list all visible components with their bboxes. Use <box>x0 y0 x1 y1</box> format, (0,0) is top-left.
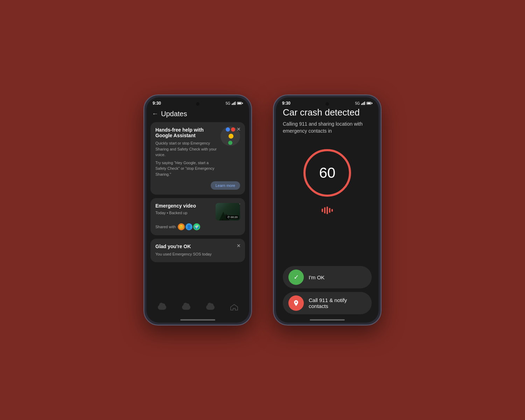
back-button[interactable]: ← <box>152 110 158 118</box>
call-icon <box>288 295 304 311</box>
glad-card-close[interactable]: ✕ <box>237 243 241 248</box>
page-title: Updates <box>161 110 187 118</box>
page-header: ← Updates <box>146 107 249 122</box>
phone-2: 9:30 5G Car crash detected Calling 911 a… <box>273 94 382 326</box>
home-indicator-1 <box>180 319 215 321</box>
glad-card-title: Glad you're OK <box>155 244 240 249</box>
phone-1: 9:30 5G ← Updates <box>144 94 252 326</box>
battery-icon-1 <box>237 102 243 105</box>
countdown-container: 60 <box>283 145 372 221</box>
video-card-title: Emergency video <box>155 203 203 209</box>
crash-title: Car crash detected <box>283 107 372 118</box>
avatar-group: 😊 👤 🌍 <box>178 223 200 230</box>
assistant-card-title: Hands-free help with Google Assistant <box>155 127 218 138</box>
shared-with-label: Shared with <box>155 225 176 229</box>
im-ok-button[interactable]: ✓ I'm OK <box>283 266 372 288</box>
cloud-icon-right <box>206 305 215 310</box>
nav-clouds-center <box>182 305 190 310</box>
status-icons-2: 5G <box>355 102 372 105</box>
avatar-3: 🌍 <box>193 223 200 230</box>
ok-button-label: I'm OK <box>309 274 324 280</box>
signal-icon-1 <box>232 102 236 105</box>
glad-card-body: You used Emergency SOS today <box>155 251 240 257</box>
wave-bar-3 <box>327 206 328 214</box>
assistant-card: ✕ Hands-free help with Google Assistant … <box>150 122 245 195</box>
nav-clouds-left <box>158 305 166 310</box>
video-thumbnail[interactable]: ⏱ 00:20 <box>216 203 240 220</box>
ok-icon: ✓ <box>288 270 304 285</box>
crash-content: Car crash detected Calling 911 and shari… <box>276 107 379 318</box>
avatar-2: 👤 <box>186 223 192 230</box>
shared-with-row: Shared with 😊 👤 🌍 <box>155 223 240 230</box>
updates-content: ✕ Hands-free help with Google Assistant … <box>146 122 249 297</box>
camera-notch <box>196 102 200 106</box>
glad-card: ✕ Glad you're OK You used Emergency SOS … <box>150 239 245 262</box>
network-label-1: 5G <box>226 102 230 105</box>
assistant-card-body2: Try saying "Hey Google, start a Safety C… <box>155 160 218 177</box>
status-icons-1: 5G <box>226 102 243 105</box>
assistant-card-body1: Quickly start or stop Emergency Sharing … <box>155 140 218 158</box>
crash-subtitle: Calling 911 and sharing location with em… <box>283 121 372 134</box>
video-card-meta: Today • Backed up <box>155 211 203 215</box>
avatar-1: 😊 <box>178 223 185 230</box>
learn-more-button[interactable]: Learn more <box>211 181 240 190</box>
wave-bar-2 <box>324 207 326 214</box>
battery-icon-2 <box>366 102 372 105</box>
svg-rect-2 <box>222 219 223 220</box>
camera-notch-2 <box>326 102 329 106</box>
wave-bar-1 <box>322 209 323 212</box>
wave-bar-5 <box>331 209 333 212</box>
nav-clouds-right <box>206 305 215 310</box>
status-time-1: 9:30 <box>153 101 161 106</box>
cloud-icon-left <box>158 305 166 310</box>
network-label-2: 5G <box>355 102 360 105</box>
countdown-ring: 60 <box>299 145 355 201</box>
home-indicator-2 <box>310 319 345 321</box>
wave-bar-4 <box>329 208 330 213</box>
waveform-icon <box>322 206 333 214</box>
video-card: ✕ Emergency video Today • Backed up <box>150 198 245 235</box>
nav-home[interactable] <box>230 304 238 310</box>
bottom-nav-1 <box>146 297 249 318</box>
assistant-card-close[interactable]: ✕ <box>237 126 241 132</box>
cloud-icon-center <box>182 305 190 310</box>
call-button-label: Call 911 & notify contacts <box>309 297 366 309</box>
status-time-2: 9:30 <box>282 101 290 106</box>
signal-icon-2 <box>361 102 365 105</box>
countdown-number: 60 <box>319 164 336 181</box>
video-duration: ⏱ 00:20 <box>226 215 239 219</box>
action-buttons: ✓ I'm OK Call 911 & notify contacts <box>283 266 372 318</box>
call-911-button[interactable]: Call 911 & notify contacts <box>283 292 372 314</box>
